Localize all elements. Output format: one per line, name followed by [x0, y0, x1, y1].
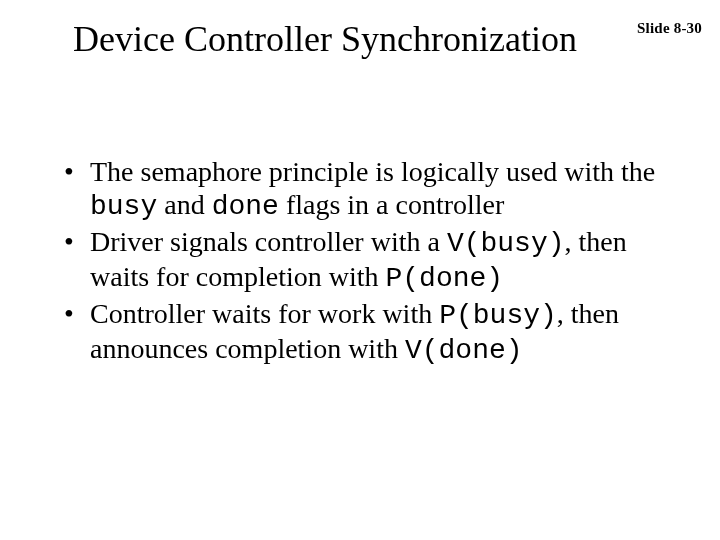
code-text: P(done) [386, 263, 504, 294]
code-text: V(done) [405, 335, 523, 366]
code-text: V(busy) [447, 228, 565, 259]
slide-title: Device Controller Synchronization [0, 18, 720, 60]
bullet-item: Driver signals controller with a V(busy)… [62, 225, 670, 295]
bullet-text: The semaphore principle is logically use… [90, 156, 655, 187]
bullet-text: Controller waits for work with [90, 298, 439, 329]
slide-body: The semaphore principle is logically use… [62, 155, 670, 369]
slide: Slide 8-30 Device Controller Synchroniza… [0, 0, 720, 540]
bullet-text: and [157, 189, 211, 220]
bullet-list: The semaphore principle is logically use… [62, 155, 670, 367]
bullet-text: Driver signals controller with a [90, 226, 447, 257]
bullet-item: Controller waits for work with P(busy), … [62, 297, 670, 367]
code-text: busy [90, 191, 157, 222]
bullet-text: flags in a controller [279, 189, 504, 220]
code-text: P(busy) [439, 300, 557, 331]
code-text: done [212, 191, 279, 222]
bullet-item: The semaphore principle is logically use… [62, 155, 670, 223]
